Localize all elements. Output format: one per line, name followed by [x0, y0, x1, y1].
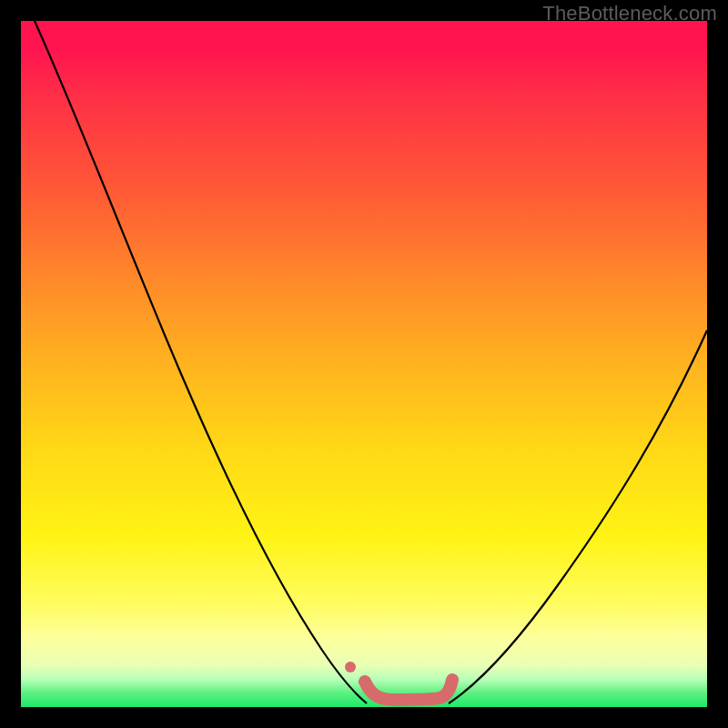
- chart-frame: TheBottleneck.com: [0, 0, 728, 728]
- chart-svg: [21, 21, 707, 707]
- plot-area: [21, 21, 707, 707]
- watermark-text: TheBottleneck.com: [542, 2, 717, 25]
- bottom-flat-marker: [365, 680, 452, 700]
- left-curve: [35, 21, 367, 703]
- left-dot-marker: [345, 662, 356, 672]
- right-curve: [449, 330, 707, 703]
